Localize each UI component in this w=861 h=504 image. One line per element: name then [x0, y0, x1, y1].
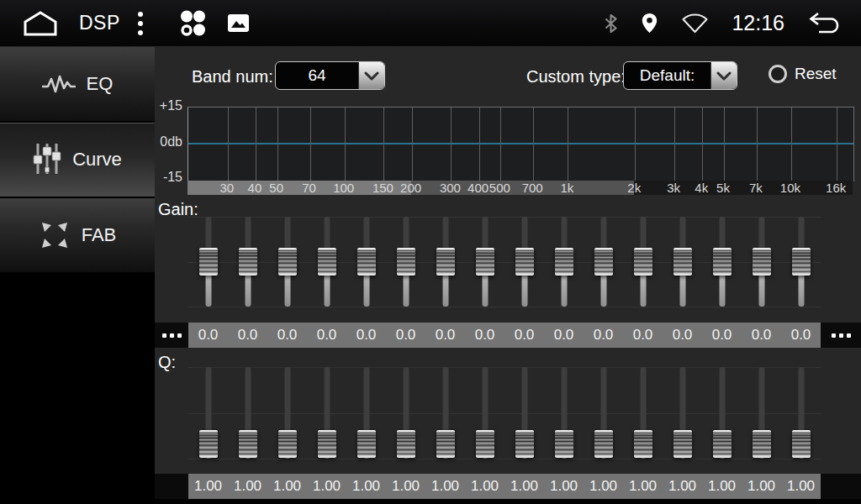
sidebar-item-fab[interactable]: FAB	[0, 198, 155, 272]
q-slider-thumb[interactable]	[555, 430, 573, 458]
gain-slider-thumb[interactable]	[397, 248, 415, 276]
q-slider[interactable]	[386, 361, 425, 474]
q-slider-thumb[interactable]	[753, 430, 771, 458]
q-slider[interactable]	[663, 361, 702, 474]
gain-slider[interactable]	[742, 212, 781, 323]
q-slider-thumb[interactable]	[634, 430, 652, 458]
sidebar-item-curve[interactable]: Curve	[0, 123, 155, 197]
chevron-down-icon[interactable]	[710, 62, 737, 89]
gain-slider-thumb[interactable]	[239, 248, 257, 276]
gain-slider[interactable]	[425, 212, 465, 323]
q-slider[interactable]	[188, 361, 228, 474]
chart-gridline	[412, 108, 413, 181]
gain-slider[interactable]	[465, 212, 504, 323]
home-icon[interactable]	[22, 10, 59, 37]
q-slider[interactable]	[623, 361, 663, 474]
chart-gridline	[277, 108, 278, 181]
gain-slider[interactable]	[584, 212, 623, 323]
q-slider[interactable]	[425, 361, 465, 474]
gain-slider-thumb[interactable]	[278, 248, 297, 276]
gain-scroll-right-button[interactable]	[821, 323, 861, 348]
freq-tick-label: 10k	[780, 181, 800, 195]
q-slider[interactable]	[702, 361, 742, 474]
gain-slider-thumb[interactable]	[634, 248, 652, 276]
q-slider[interactable]	[504, 361, 544, 474]
frequency-axis: 304050701001502003004005007001k2k3k4k5k7…	[188, 181, 853, 195]
gain-slider-thumb[interactable]	[594, 248, 613, 276]
gain-slider-thumb[interactable]	[753, 248, 771, 276]
gain-slider-thumb[interactable]	[673, 248, 692, 276]
chart-gridline	[345, 108, 346, 181]
q-slider[interactable]	[742, 361, 781, 474]
waveform-icon	[42, 72, 76, 96]
gain-slider-thumb[interactable]	[318, 248, 336, 276]
bluetooth-icon	[604, 13, 618, 34]
q-slider[interactable]	[584, 361, 623, 474]
q-label: Q:	[158, 353, 176, 372]
gain-slider[interactable]	[267, 212, 307, 323]
q-slider-thumb[interactable]	[594, 430, 613, 458]
bottom-bar	[155, 499, 861, 504]
band-num-select[interactable]: 64	[275, 61, 385, 90]
q-slider-thumb[interactable]	[713, 430, 732, 458]
sidebar-item-label: EQ	[87, 73, 114, 95]
q-slider-thumb[interactable]	[278, 430, 297, 458]
gain-slider-thumb[interactable]	[436, 248, 455, 276]
apps-icon[interactable]	[177, 9, 208, 38]
gain-slider[interactable]	[307, 212, 346, 323]
gain-slider[interactable]	[544, 212, 584, 323]
gain-slider[interactable]	[663, 212, 702, 323]
freq-tick-label: 16k	[826, 181, 846, 195]
status-bar-left: DSP	[0, 9, 249, 38]
custom-type-select[interactable]: Default:	[623, 61, 737, 90]
gain-slider-thumb[interactable]	[476, 248, 494, 276]
q-slider[interactable]	[544, 361, 584, 474]
gain-value: 0.0	[663, 323, 702, 348]
chart-gridline	[837, 108, 837, 181]
gain-slider[interactable]	[228, 212, 267, 323]
q-slider[interactable]	[267, 361, 307, 474]
back-icon[interactable]	[807, 12, 843, 34]
q-slider[interactable]	[228, 361, 267, 474]
gain-slider-thumb[interactable]	[515, 248, 534, 276]
gain-value: 0.0	[465, 323, 504, 348]
gain-slider-thumb[interactable]	[713, 248, 732, 276]
dsp-screen: DSP 12:16	[0, 0, 861, 504]
freq-tick-label: 500	[489, 181, 510, 195]
q-slider-thumb[interactable]	[318, 430, 336, 458]
q-value: 1.00	[663, 474, 702, 499]
gain-scroll-left-button[interactable]	[155, 323, 188, 348]
gain-slider[interactable]	[504, 212, 544, 323]
q-slider-thumb[interactable]	[792, 430, 811, 458]
q-slider[interactable]	[781, 361, 821, 474]
gain-slider-thumb[interactable]	[792, 248, 811, 276]
overflow-menu-icon[interactable]	[137, 11, 144, 36]
q-slider-thumb[interactable]	[476, 430, 494, 458]
q-slider-thumb[interactable]	[436, 430, 455, 458]
q-slider-thumb[interactable]	[199, 430, 218, 458]
gain-slider[interactable]	[346, 212, 386, 323]
gain-slider[interactable]	[386, 212, 425, 323]
y-tick-label: -15	[155, 170, 182, 185]
gain-slider[interactable]	[702, 212, 742, 323]
gain-slider[interactable]	[623, 212, 663, 323]
gain-slider[interactable]	[781, 212, 821, 323]
q-slider-thumb[interactable]	[239, 430, 257, 458]
q-slider-thumb[interactable]	[357, 430, 376, 458]
sidebar-item-eq[interactable]: EQ	[0, 47, 155, 121]
gain-slider[interactable]	[188, 212, 228, 323]
q-slider-thumb[interactable]	[673, 430, 692, 458]
chevron-down-icon[interactable]	[358, 62, 384, 89]
q-slider[interactable]	[346, 361, 386, 474]
custom-type-label: Custom type:	[526, 67, 626, 87]
q-slider-thumb[interactable]	[515, 430, 534, 458]
gallery-icon[interactable]	[228, 14, 249, 32]
q-slider[interactable]	[307, 361, 346, 474]
q-slider[interactable]	[465, 361, 504, 474]
reset-button[interactable]: Reset	[769, 65, 837, 83]
gain-slider-thumb[interactable]	[199, 248, 218, 276]
gain-slider-thumb[interactable]	[555, 248, 573, 276]
chart-gridline	[383, 108, 384, 181]
q-slider-thumb[interactable]	[397, 430, 415, 458]
gain-slider-thumb[interactable]	[357, 248, 376, 276]
